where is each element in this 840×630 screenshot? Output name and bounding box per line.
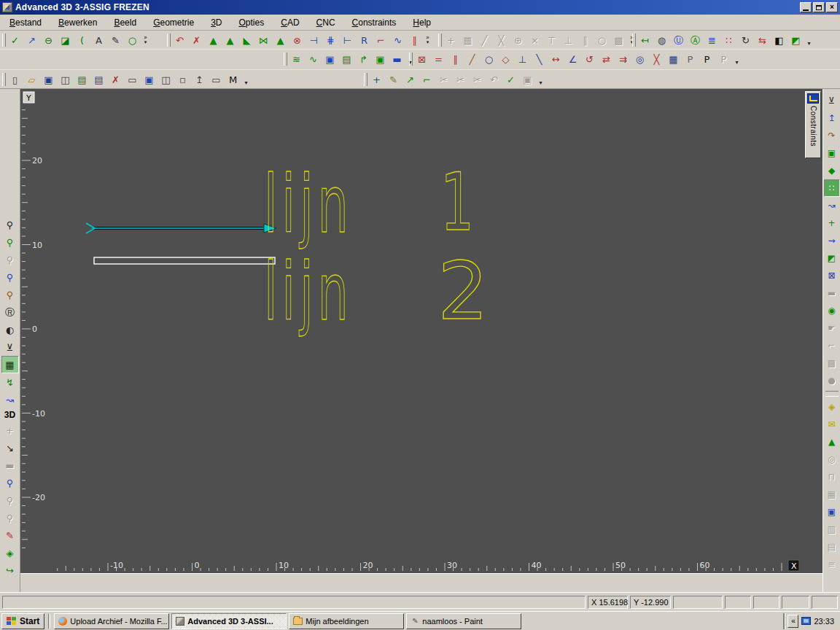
- task-button-mijn-afbeeldingen[interactable]: Mijn afbeeldingen: [289, 613, 404, 629]
- delete-icon[interactable]: ✗: [188, 32, 205, 48]
- machine-dim-icon[interactable]: ▦: [824, 486, 840, 503]
- trim-right-icon[interactable]: ⊢: [339, 32, 356, 48]
- close-button[interactable]: ×: [826, 2, 838, 12]
- h-dimension-icon[interactable]: ↔: [548, 51, 564, 67]
- minimize-button[interactable]: [800, 2, 812, 12]
- slope-icon[interactable]: ╲: [531, 51, 548, 67]
- angle-icon[interactable]: ∠: [564, 51, 581, 67]
- p34-label-icon[interactable]: P: [682, 51, 699, 67]
- macro-m-icon[interactable]: M: [225, 71, 241, 88]
- more-button[interactable]: ▾: [804, 32, 814, 48]
- corner-icon[interactable]: ⌐: [373, 32, 389, 48]
- restore-button[interactable]: [813, 2, 825, 12]
- points-active-icon[interactable]: ∷: [824, 179, 840, 197]
- pyramid-box-icon[interactable]: ▲: [824, 433, 840, 451]
- expand-view-icon[interactable]: ↘: [1, 439, 19, 456]
- stairs-icon[interactable]: ↯: [1, 373, 19, 391]
- rect-diagonal-icon[interactable]: ◪: [57, 32, 74, 48]
- save-icon[interactable]: ▣: [40, 71, 57, 88]
- shade-half-icon[interactable]: ◐: [1, 321, 19, 338]
- measure-arrow-icon[interactable]: ↤: [637, 32, 653, 48]
- vertical-lines-icon[interactable]: ∥: [447, 51, 464, 67]
- document-part-icon[interactable]: ▫: [174, 71, 191, 88]
- horizontal-lines-icon[interactable]: =: [430, 51, 447, 67]
- pan-3d-icon[interactable]: +: [1, 421, 19, 439]
- perp-constraint-icon[interactable]: ⊥: [514, 51, 531, 67]
- more-button[interactable]: ▾: [241, 71, 251, 88]
- diamond-icon[interactable]: ◇: [497, 51, 514, 67]
- pocket-icon[interactable]: ▣: [322, 51, 338, 67]
- spline-icon[interactable]: ↝: [824, 197, 840, 214]
- menu-constraints[interactable]: Constraints: [349, 15, 400, 30]
- plot-icon[interactable]: ▣: [824, 503, 840, 521]
- spring-icon[interactable]: ∿: [305, 51, 322, 67]
- wave-icon[interactable]: ∿: [389, 32, 406, 48]
- bend-arrow-icon[interactable]: ↷: [824, 127, 840, 144]
- circle-small-icon[interactable]: ○: [481, 51, 497, 67]
- layer-u-icon[interactable]: Ⓤ: [670, 32, 687, 48]
- zoom-down-icon[interactable]: ⚲: [1, 474, 19, 491]
- line-arrow-icon[interactable]: ↗: [23, 32, 40, 48]
- lathe-dim-icon[interactable]: ▤: [824, 538, 840, 556]
- cut-icon[interactable]: ✂: [435, 71, 452, 88]
- contrast-square-icon[interactable]: ◧: [771, 32, 788, 48]
- snap-arrow-icon[interactable]: ↗: [402, 71, 419, 88]
- overflow-button[interactable]: »: [141, 32, 150, 48]
- triangle-square-icon[interactable]: ◩: [824, 249, 840, 267]
- sweep-icon[interactable]: ↪: [1, 561, 19, 579]
- lock-constraint-icon[interactable]: ⊠: [413, 51, 430, 67]
- triangle-up-icon[interactable]: ▲: [222, 32, 238, 48]
- task-button-paint[interactable]: ✎ naamloos - Paint: [406, 613, 521, 629]
- hash-icon[interactable]: ⋕: [322, 32, 339, 48]
- zoom-icon[interactable]: ⚲: [1, 216, 19, 233]
- render-active-icon[interactable]: ▦: [1, 356, 19, 373]
- document-up-icon[interactable]: ↥: [191, 71, 208, 88]
- center-circle-icon[interactable]: ⊕: [510, 32, 526, 48]
- dotted-cross-icon[interactable]: ∷: [720, 32, 737, 48]
- solid-dim-icon[interactable]: ▬: [1, 456, 19, 474]
- confirm-check-icon[interactable]: ✓: [7, 32, 23, 48]
- swap-arrows-icon[interactable]: ⇆: [754, 32, 771, 48]
- document-info-icon[interactable]: ▭: [208, 71, 225, 88]
- top-view-icon[interactable]: ⊻: [1, 338, 19, 356]
- round-rect-icon[interactable]: ▣: [824, 144, 840, 162]
- tangent-icon[interactable]: ⊤: [543, 32, 560, 48]
- menu-bewerken[interactable]: Bewerken: [55, 15, 101, 30]
- print-icon[interactable]: ▭: [124, 71, 141, 88]
- scatter-arrow-icon[interactable]: ⇝: [824, 232, 840, 249]
- prism-icon[interactable]: ◆: [824, 162, 840, 179]
- menu-geometrie[interactable]: Geometrie: [149, 15, 198, 30]
- arc-icon[interactable]: (: [74, 32, 90, 48]
- redline-pen-icon[interactable]: ✎: [1, 526, 19, 544]
- sphere-icon[interactable]: ◉: [824, 302, 840, 319]
- rotate-constraint-icon[interactable]: ↺: [581, 51, 598, 67]
- menu-beeld[interactable]: Beeld: [110, 15, 140, 30]
- brush-dim-icon[interactable]: ▬: [824, 284, 840, 302]
- task-button-firefox[interactable]: Upload Archief - Mozilla F...: [54, 613, 169, 629]
- hatch-circle-icon[interactable]: ◍: [653, 32, 670, 48]
- zoom-help-2-icon[interactable]: ⚲: [1, 509, 19, 526]
- grid-question-icon[interactable]: ▩: [610, 32, 627, 48]
- delete-node-icon[interactable]: ×: [526, 32, 543, 48]
- pencil-line-icon[interactable]: ╱: [464, 51, 481, 67]
- tray-chevron-button[interactable]: «: [788, 615, 798, 628]
- layer-a-icon[interactable]: Ⓐ: [687, 32, 704, 48]
- start-button[interactable]: Start: [1, 613, 44, 629]
- constraints-panel[interactable]: Constraints: [805, 91, 821, 158]
- menu-bestand[interactable]: Bestand: [6, 15, 45, 30]
- redraw-icon[interactable]: Ⓡ: [1, 303, 19, 321]
- swap-icon[interactable]: ⇄: [598, 51, 615, 67]
- menu-3d[interactable]: 3D: [207, 15, 225, 30]
- document-delete-icon[interactable]: ✗: [107, 71, 124, 88]
- more-button[interactable]: ▾: [732, 51, 742, 67]
- zoom-dynamic-icon[interactable]: ⚲: [1, 286, 19, 303]
- sheet-dim-icon[interactable]: ≡: [824, 556, 840, 573]
- corner-square-icon[interactable]: ◩: [788, 32, 804, 48]
- explode-icon[interactable]: ⊗: [289, 32, 306, 48]
- p-star-label-icon[interactable]: P: [699, 51, 715, 67]
- mill-dim-icon[interactable]: ▥: [824, 521, 840, 538]
- cut-x-icon[interactable]: ✂: [452, 71, 469, 88]
- rotate-view-icon[interactable]: ↻: [737, 32, 754, 48]
- more-button[interactable]: ▾: [536, 71, 545, 88]
- circle-theta-icon[interactable]: ⊖: [40, 32, 57, 48]
